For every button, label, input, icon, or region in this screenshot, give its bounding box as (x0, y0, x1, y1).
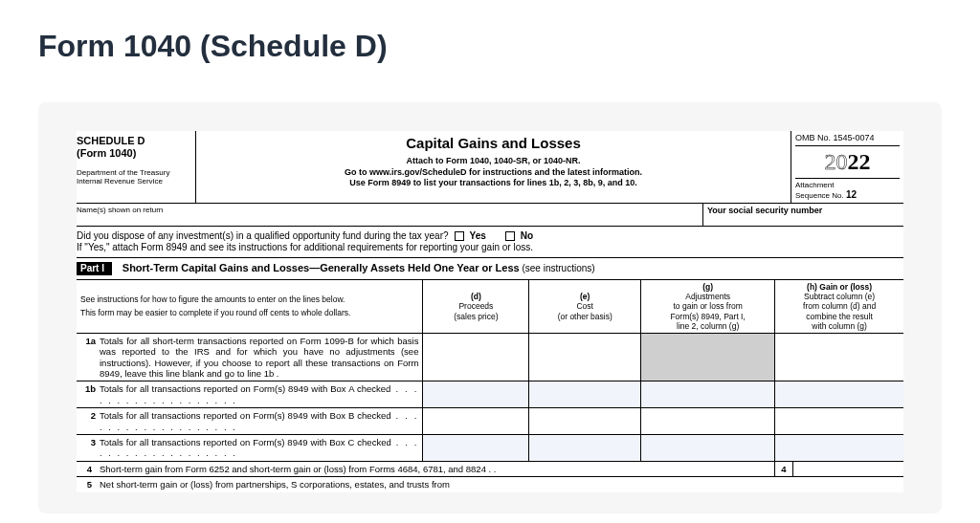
row-2: 2 Totals for all transactions reported o… (77, 408, 903, 435)
row-3-text: Totals for all transactions reported on … (100, 437, 418, 459)
seq-label: Sequence No. (795, 191, 844, 200)
col-g-header: (g)Adjustmentsto gain or loss fromForm(s… (641, 280, 775, 333)
row-1b-h[interactable] (775, 381, 903, 408)
header-middle: Capital Gains and Losses Attach to Form … (196, 131, 791, 203)
row-1a-g-disabled (641, 333, 775, 381)
part1-header: Part I Short-Term Capital Gains and Loss… (77, 258, 903, 280)
row-3-e[interactable] (529, 435, 641, 462)
row-1b-e[interactable] (529, 381, 641, 408)
irs-label: Internal Revenue Service (77, 177, 163, 185)
page-title: Form 1040 (Schedule D) (0, 0, 980, 83)
row-2-e[interactable] (529, 408, 641, 435)
qof-yes-label: Yes (470, 230, 486, 242)
goto-instruction: Go to www.irs.gov/ScheduleD for instruct… (204, 167, 783, 179)
row-4-value[interactable] (793, 462, 903, 476)
row-1b-g[interactable] (641, 381, 775, 408)
qof-no-checkbox[interactable] (505, 231, 515, 241)
header-left: SCHEDULE D (Form 1040) Department of the… (77, 131, 196, 203)
attach-instruction: Attach to Form 1040, 1040-SR, or 1040-NR… (204, 156, 783, 167)
qof-note: If "Yes," attach Form 8949 and see its i… (77, 242, 903, 253)
row-3-g[interactable] (641, 435, 775, 462)
row-2-text: Totals for all transactions reported on … (100, 410, 418, 432)
qof-no-label: No (521, 230, 533, 242)
schedule-label: SCHEDULE D (77, 135, 191, 147)
row-4: 4 Short-term gain from Form 6252 and sho… (77, 462, 903, 477)
qof-yes-checkbox[interactable] (455, 231, 464, 241)
part1-table: See instructions for how to figure the a… (77, 280, 903, 462)
row-1b: 1b Totals for all transactions reported … (77, 381, 903, 408)
qof-question-text: Did you dispose of any investment(s) in … (77, 230, 449, 242)
row-1a: 1a Totals for all short-term transaction… (77, 333, 903, 381)
name-field-label: Name(s) shown on return (77, 204, 702, 226)
row-1b-text: Totals for all transactions reported on … (100, 383, 418, 405)
row-1a-text: Totals for all short-term transactions r… (100, 336, 418, 380)
col-instructions: See instructions for how to figure the a… (77, 280, 423, 333)
part1-title: Short-Term Capital Gains and Losses—Gene… (115, 262, 520, 273)
row-3: 3 Totals for all transactions reported o… (77, 435, 903, 462)
row-1a-num: 1a (80, 336, 100, 380)
row-1a-h[interactable] (775, 333, 903, 381)
tax-year: 2022 (795, 146, 900, 179)
dept-label: Department of the Treasury Internal Reve… (77, 169, 191, 186)
col-d-header: (d)Proceeds(sales price) (423, 280, 529, 333)
row-2-h[interactable] (775, 408, 903, 435)
name-ssn-row: Name(s) shown on return Your social secu… (77, 204, 903, 227)
form-ref: (Form 1040) (77, 147, 191, 160)
instr-line2: This form may be easier to complete if y… (80, 308, 418, 318)
form-container: SCHEDULE D (Form 1040) Department of the… (38, 102, 942, 513)
row-3-d[interactable] (423, 435, 529, 462)
row-3-num: 3 (80, 437, 100, 459)
attachment-label: Attachment (795, 181, 834, 189)
row-3-h[interactable] (775, 435, 903, 462)
row-2-d[interactable] (423, 408, 529, 435)
row-1b-d[interactable] (423, 381, 529, 408)
part1-badge: Part I (77, 262, 112, 275)
col-e-header: (e)Cost(or other basis) (529, 280, 641, 333)
form-title: Capital Gains and Losses (204, 135, 783, 152)
instr-line1: See instructions for how to figure the a… (80, 294, 418, 305)
row-5-text: Net short-term gain or (loss) from partn… (96, 477, 903, 491)
header-right: OMB No. 1545-0074 2022 Attachment Sequen… (791, 131, 903, 203)
row-2-g[interactable] (641, 408, 775, 435)
qof-question: Did you dispose of any investment(s) in … (77, 227, 903, 258)
row-4-text: Short-term gain from Form 6252 and short… (96, 462, 774, 476)
dept-treasury: Department of the Treasury (77, 168, 169, 177)
row-2-num: 2 (80, 410, 100, 432)
seq-num: 12 (846, 189, 857, 200)
row-4-num: 4 (77, 462, 96, 476)
form-header: SCHEDULE D (Form 1040) Department of the… (77, 131, 903, 204)
attachment-seq: Attachment Sequence No. 12 (795, 179, 900, 202)
row-1a-d[interactable] (423, 333, 529, 381)
row-5-num: 5 (77, 477, 96, 491)
year-prefix: 20 (825, 149, 848, 174)
ssn-field-label: Your social security number (702, 204, 903, 226)
row-1a-e[interactable] (529, 333, 641, 381)
col-h-header: (h) Gain or (loss)Subtract column (e)fro… (775, 280, 903, 333)
row-5: 5 Net short-term gain or (loss) from par… (77, 477, 903, 491)
row-4-box: 4 (774, 462, 793, 476)
omb-number: OMB No. 1545-0074 (795, 133, 900, 146)
year-suffix: 22 (848, 149, 871, 174)
row-1b-num: 1b (80, 383, 100, 405)
schedule-d-form: SCHEDULE D (Form 1040) Department of the… (77, 131, 903, 492)
part1-note: (see instructions) (522, 263, 594, 273)
use-8949-instruction: Use Form 8949 to list your transactions … (204, 178, 783, 189)
